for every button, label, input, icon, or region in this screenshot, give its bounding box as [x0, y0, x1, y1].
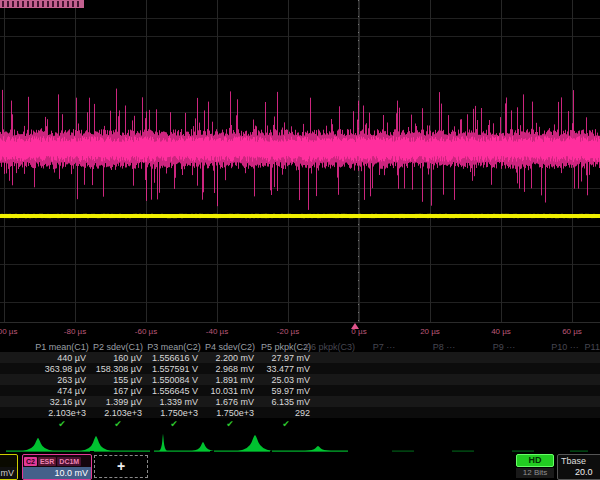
- measurement-histicon: [81, 436, 111, 451]
- measurement-value: 474 µV: [28, 386, 86, 396]
- c1-descriptor[interactable]: C1 DC1M 10.0 mV: [0, 454, 18, 480]
- measurement-value: 440 µV: [28, 353, 86, 363]
- tbase-label: Tbase: [558, 455, 600, 466]
- measurement-column-header-unused[interactable]: P8 ···: [433, 342, 456, 352]
- measurement-column-header-unused[interactable]: P9 ···: [493, 342, 516, 352]
- measurement-column-header[interactable]: P5 pkpk(C2): [261, 342, 311, 352]
- axis-tick-label: -100 µs: [0, 327, 17, 336]
- time-axis: -100 µs-80 µs-60 µs-40 µs-20 µs0 µs20 µs…: [0, 322, 600, 342]
- axis-tick-label: -40 µs: [206, 327, 228, 336]
- c2-channel-badge: C2: [24, 457, 37, 466]
- measurement-value: 1.550084 V: [140, 375, 198, 385]
- grid-center-tick-line: [358, 0, 359, 322]
- axis-tick-label: -20 µs: [277, 327, 299, 336]
- measurement-column-header[interactable]: P2 sdev(C1): [93, 342, 143, 352]
- measurement-value: 10.031 mV: [196, 386, 254, 396]
- c2-coupling-badge: DC1M: [57, 457, 81, 466]
- clipped-trace-label: [0, 0, 84, 8]
- measurement-column-header-unused[interactable]: P11 ···: [585, 342, 600, 352]
- measurement-value: 1.557591 V: [140, 364, 198, 374]
- measurement-status-check: ✔: [114, 419, 122, 429]
- measurement-value: 1.676 mV: [196, 397, 254, 407]
- measurement-column-header[interactable]: P3 mean(C2): [147, 342, 201, 352]
- measurement-table[interactable]: P1 mean(C1)440 µV363.98 µV263 µV474 µV32…: [0, 341, 600, 433]
- measurement-histicon: [192, 442, 214, 451]
- hd-badge: HD: [516, 454, 554, 467]
- measurement-histicon: [305, 446, 331, 451]
- measurement-value: 155 µV: [84, 375, 142, 385]
- axis-tick-label: 40 µs: [491, 327, 511, 336]
- add-trace-button[interactable]: +: [94, 455, 148, 478]
- measurement-value: 1.750e+3: [196, 408, 254, 418]
- measurement-histicon: [159, 434, 167, 451]
- measurement-value: 167 µV: [84, 386, 142, 396]
- axis-tick-label: -80 µs: [64, 327, 86, 336]
- measurement-value: 25.03 mV: [252, 375, 310, 385]
- measurement-histicon: [23, 438, 53, 451]
- measurement-value: 32.16 µV: [28, 397, 86, 407]
- measurement-status-check: ✔: [58, 419, 66, 429]
- measurement-value: 1.750e+3: [140, 408, 198, 418]
- measurement-status-check: ✔: [226, 419, 234, 429]
- axis-tick-label: 0 µs: [351, 327, 366, 336]
- measurement-value: 33.477 mV: [252, 364, 310, 374]
- c2-esr-badge: ESR: [38, 457, 56, 466]
- measurement-column-header[interactable]: P4 sdev(C2): [205, 342, 255, 352]
- measurement-value: 59.97 mV: [252, 386, 310, 396]
- measurement-value: 160 µV: [84, 353, 142, 363]
- oscilloscope-screen: -100 µs-80 µs-60 µs-40 µs-20 µs0 µs20 µs…: [0, 0, 600, 480]
- measurement-column-header[interactable]: P1 mean(C1): [35, 342, 89, 352]
- measurement-status-check: ✔: [170, 419, 178, 429]
- measurement-value: 2.968 mV: [196, 364, 254, 374]
- measurement-value: 363.98 µV: [28, 364, 86, 374]
- measurement-value: 263 µV: [28, 375, 86, 385]
- measurement-value: 158.308 µV: [84, 364, 142, 374]
- measurement-value: 27.97 mV: [252, 353, 310, 363]
- measurement-value: 1.399 µV: [84, 397, 142, 407]
- measurement-value: 1.891 mV: [196, 375, 254, 385]
- timebase-descriptor[interactable]: Tbase 20.0: [557, 454, 600, 480]
- measurement-value: 1.556645 V: [140, 386, 198, 396]
- c2-scale: 10.0 mV: [23, 467, 91, 479]
- measurement-value: 2.200 mV: [196, 353, 254, 363]
- measurement-value: 2.103e+3: [84, 408, 142, 418]
- c1-scale: 10.0 mV: [0, 467, 17, 479]
- hd-bits-label: 12 Bits: [516, 468, 554, 478]
- measurement-value: 2.103e+3: [28, 408, 86, 418]
- descriptor-bar: C1 DC1M 10.0 mV C2 ESR DC1M 10.0 mV + HD…: [0, 453, 600, 480]
- measurement-value: 292: [252, 408, 310, 418]
- measurement-histicon: [238, 435, 272, 451]
- axis-tick-label: 60 µs: [562, 327, 582, 336]
- measurement-status-check: ✔: [282, 419, 290, 429]
- measurement-column-header-unused[interactable]: P6 pkpk(C3): [305, 342, 355, 352]
- axis-tick-label: -60 µs: [135, 327, 157, 336]
- tbase-value: 20.0: [558, 466, 600, 477]
- axis-tick-label: 20 µs: [420, 327, 440, 336]
- measurement-value: 1.556616 V: [140, 353, 198, 363]
- measurement-value: 1.339 mV: [140, 397, 198, 407]
- c2-descriptor[interactable]: C2 ESR DC1M 10.0 mV: [22, 454, 92, 480]
- hd-mode-indicator[interactable]: HD 12 Bits: [516, 454, 554, 478]
- measurement-column-header-unused[interactable]: P10 ···: [551, 342, 579, 352]
- measurement-value: 6.135 mV: [252, 397, 310, 407]
- waveform-grid[interactable]: [0, 0, 600, 322]
- measurement-column-header-unused[interactable]: P7 ···: [373, 342, 396, 352]
